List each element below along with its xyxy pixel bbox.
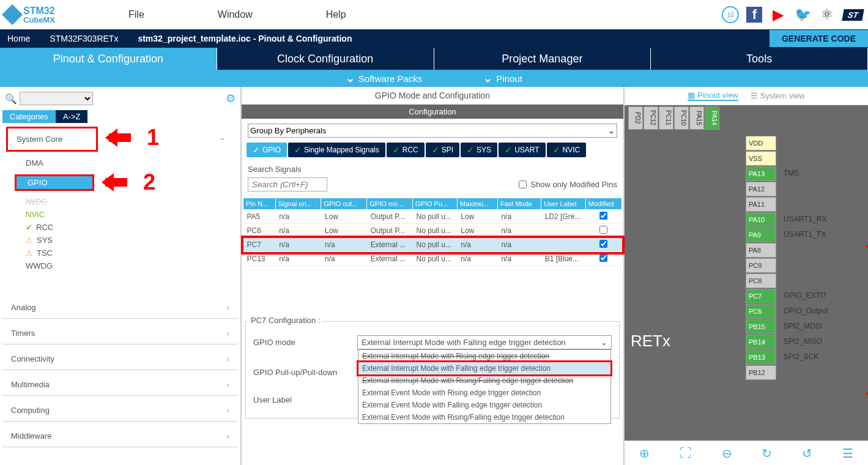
youtube-icon[interactable]: ▶ (770, 6, 787, 23)
rotate-icon[interactable]: ↻ (762, 446, 772, 461)
dropdown-option[interactable]: External Interrupt Mode with Rising/Fall… (358, 374, 610, 387)
pin[interactable]: PA9 (746, 228, 776, 242)
categories-tab[interactable]: Categories (2, 110, 56, 123)
az-tab[interactable]: A->Z (56, 110, 88, 123)
pin[interactable]: PC9 (746, 258, 776, 273)
search-signals-input[interactable] (248, 177, 327, 192)
pin[interactable]: PC8 (746, 273, 776, 288)
show-modified-input[interactable] (519, 180, 527, 188)
tree-item-wwdg[interactable]: WWDG (21, 259, 238, 272)
dropdown-option[interactable]: External Event Mode with Rising edge tri… (358, 387, 610, 399)
table-header[interactable]: Maximu... (457, 198, 497, 210)
pin[interactable]: PD2 (628, 106, 643, 130)
pin[interactable]: PB15 (746, 319, 776, 334)
system-view-tab[interactable]: ☰System view (751, 91, 805, 101)
table-header[interactable]: Pin N... (243, 198, 276, 210)
sig-tab-spi[interactable]: ✓SPI (426, 143, 459, 157)
generate-code-button[interactable]: GENERATE CODE (770, 30, 868, 47)
pin[interactable]: PB12 (746, 365, 776, 380)
category-timers[interactable]: Timers› (2, 322, 238, 344)
fit-icon[interactable]: ⛶ (680, 446, 692, 460)
crumb-current[interactable]: stm32_project_template.ioc - Pinout & Co… (130, 29, 364, 48)
chip-diagram[interactable]: PD2PC12PC11PC10PA15PA14 VDDVSSPA13TMSPA1… (625, 105, 868, 441)
tree-item-dma[interactable]: DMA (21, 157, 238, 169)
sig-tab-single-mapped[interactable]: ✓Single Mapped Signals (288, 143, 385, 157)
twitter-icon[interactable]: 🐦 (794, 6, 811, 23)
rotate-ccw-icon[interactable]: ↺ (802, 446, 812, 461)
modified-checkbox[interactable] (599, 240, 607, 248)
tab-project-manager[interactable]: Project Manager (434, 48, 651, 70)
pin[interactable]: PA15 (689, 106, 704, 130)
menu-help[interactable]: Help (326, 9, 346, 20)
dropdown-option[interactable]: External Event Mode with Falling edge tr… (358, 399, 610, 411)
table-header[interactable]: GPIO mo... (367, 198, 413, 210)
category-system-core[interactable]: System Core (6, 127, 98, 152)
tree-item-sys[interactable]: ⚠SYS (21, 234, 238, 247)
zoom-in-icon[interactable]: ⊕ (639, 446, 650, 461)
table-row[interactable]: PC13n/an/aExternal ...No pull u...n/an/a… (243, 252, 622, 266)
dropdown-option[interactable]: External Event Mode with Rising/Falling … (358, 411, 610, 423)
pin[interactable]: PB14 (746, 335, 776, 349)
pin[interactable]: PA13 (746, 166, 776, 181)
category-multimedia[interactable]: Multimedia› (2, 374, 238, 396)
tab-pinout-config[interactable]: Pinout & Configuration (0, 48, 217, 70)
crumb-home[interactable]: Home (0, 29, 42, 48)
pinout-view-tab[interactable]: ▦Pinout view (688, 91, 738, 101)
gear-icon[interactable]: ⚙ (226, 92, 236, 105)
menu-icon[interactable]: ☰ (842, 446, 853, 461)
tree-item-iwdg[interactable]: IWDG (21, 195, 238, 208)
table-header[interactable]: GPIO Pu... (413, 198, 458, 210)
pin[interactable]: PC11 (659, 106, 673, 130)
category-computing[interactable]: Computing› (2, 400, 238, 422)
table-row[interactable]: PC6n/aLowOutput P...No pull u...Lown/a (243, 224, 622, 238)
sig-tab-rcc[interactable]: ✓RCC (387, 143, 425, 157)
table-row[interactable]: PC7n/an/aExternal ...No pull u...n/an/a (243, 238, 622, 252)
sig-tab-gpio[interactable]: ✓GPIO (247, 143, 287, 157)
table-row[interactable]: PA5n/aLowOutput P...No pull u...Lown/aLD… (243, 210, 622, 224)
gpio-mode-select[interactable]: External Interrupt Mode with Falling edg… (357, 335, 612, 349)
pin[interactable]: PA14 (705, 106, 719, 130)
pin[interactable]: VSS (746, 151, 776, 166)
sub-tab-software-packs[interactable]: Software Packs (346, 72, 422, 85)
tree-item-tsc[interactable]: ⚠TSC (21, 247, 238, 259)
pin[interactable]: PA8 (746, 243, 776, 258)
table-header[interactable]: Fast Mode (497, 198, 541, 210)
pin[interactable]: PB13 (746, 350, 776, 365)
facebook-icon[interactable]: f (746, 7, 762, 23)
modified-checkbox[interactable] (599, 212, 607, 220)
sig-tab-nvic[interactable]: ✓NVIC (547, 143, 587, 157)
sig-tab-usart[interactable]: ✓USART (499, 143, 545, 157)
category-analog[interactable]: Analog› (2, 297, 238, 319)
community-icon[interactable]: ⚛ (818, 6, 836, 23)
pin[interactable]: PC7 (746, 289, 776, 303)
menu-file[interactable]: File (128, 9, 144, 20)
search-icon[interactable]: 🔍 (5, 93, 17, 105)
tree-item-gpio[interactable]: GPIO (15, 174, 94, 191)
pin[interactable]: PC10 (674, 106, 689, 130)
pin[interactable]: PA12 (746, 182, 776, 196)
dropdown-option[interactable]: External Interrupt Mode with Rising edge… (358, 350, 610, 362)
table-header[interactable]: Modified (585, 198, 621, 210)
category-middleware[interactable]: Middleware› (2, 425, 238, 447)
show-modified-checkbox[interactable]: Show only Modified Pins (519, 180, 617, 189)
modified-checkbox[interactable] (599, 254, 607, 262)
menu-window[interactable]: Window (218, 9, 253, 20)
crumb-mcu[interactable]: STM32F303RETx (42, 29, 130, 48)
badge-icon[interactable]: 10 (722, 6, 739, 23)
pin[interactable]: PC6 (746, 304, 776, 319)
tab-clock-config[interactable]: Clock Configuration (217, 48, 434, 70)
table-header[interactable]: User Label (541, 198, 586, 210)
modified-checkbox[interactable] (599, 226, 607, 234)
sidebar-search-select[interactable] (20, 92, 93, 105)
tree-item-rcc[interactable]: ✓RCC (21, 221, 238, 234)
table-header[interactable]: GPIO out... (321, 198, 367, 210)
zoom-out-icon[interactable]: ⊖ (722, 446, 732, 461)
pin[interactable]: PA11 (746, 197, 776, 212)
tree-item-nvic[interactable]: NVIC (21, 208, 238, 221)
tab-tools[interactable]: Tools (651, 48, 868, 70)
table-header[interactable]: Signal on... (275, 198, 321, 210)
group-by-select[interactable]: Group By Peripherals ⌄ (248, 124, 617, 138)
dropdown-option[interactable]: External Interrupt Mode with Falling edg… (358, 362, 610, 374)
category-connectivity[interactable]: Connectivity› (2, 348, 238, 370)
pin[interactable]: PA10 (746, 212, 776, 227)
